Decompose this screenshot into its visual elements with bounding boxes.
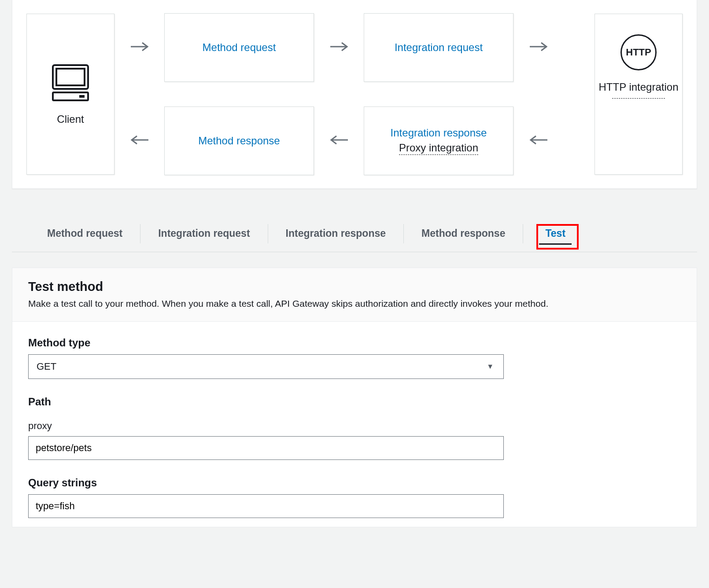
- chevron-down-icon: ▼: [487, 363, 494, 371]
- flow-container: Method request Integration request M: [114, 13, 595, 175]
- client-label: Client: [57, 113, 84, 125]
- integration-response-link[interactable]: Integration response: [391, 127, 487, 139]
- arrow-left-icon: [529, 135, 548, 147]
- integration-response-box[interactable]: Integration response Proxy integration: [364, 107, 513, 175]
- tab-integration-request[interactable]: Integration request: [140, 224, 267, 243]
- integration-request-link[interactable]: Integration request: [395, 41, 483, 54]
- method-tabs: Method request Integration request Integ…: [12, 215, 697, 252]
- svg-rect-3: [79, 95, 85, 98]
- test-method-title: Test method: [28, 279, 681, 294]
- http-integration-label: HTTP integration: [599, 78, 679, 96]
- arrow-right-icon: [329, 41, 349, 54]
- test-method-panel: Test method Make a test call to your met…: [12, 268, 697, 527]
- arrow-right-icon: [529, 41, 548, 54]
- tab-integration-response[interactable]: Integration response: [268, 224, 403, 243]
- method-execution-diagram: Client Method request Integration reques…: [12, 0, 697, 189]
- test-method-header: Test method Make a test call to your met…: [12, 268, 697, 322]
- arrow-right-icon: [130, 41, 149, 54]
- method-request-link[interactable]: Method request: [203, 41, 276, 54]
- method-response-box[interactable]: Method response: [164, 107, 314, 175]
- method-type-select[interactable]: GET ▼: [28, 354, 504, 379]
- method-type-value: GET: [37, 361, 56, 372]
- integration-request-box[interactable]: Integration request: [364, 13, 513, 82]
- method-request-box[interactable]: Method request: [164, 13, 314, 82]
- proxy-sub-label: proxy: [28, 420, 681, 432]
- tab-method-request[interactable]: Method request: [30, 224, 140, 243]
- test-method-description: Make a test call to your method. When yo…: [28, 298, 681, 309]
- svg-rect-1: [56, 69, 85, 85]
- tab-method-response[interactable]: Method response: [404, 224, 523, 243]
- path-label: Path: [28, 396, 681, 408]
- client-box: Client: [26, 14, 114, 175]
- http-integration-box: HTTP HTTP integration: [595, 14, 683, 175]
- dashed-underline: [612, 98, 665, 99]
- client-icon: [48, 63, 92, 105]
- arrow-left-icon: [130, 135, 149, 147]
- tab-test[interactable]: Test: [539, 222, 572, 245]
- arrow-left-icon: [329, 135, 349, 147]
- method-response-link[interactable]: Method response: [198, 135, 280, 147]
- query-strings-input[interactable]: [28, 494, 504, 518]
- proxy-integration-label: Proxy integration: [399, 142, 478, 155]
- http-icon: HTTP: [620, 34, 657, 70]
- proxy-input[interactable]: [28, 436, 504, 460]
- tab-separator: [523, 224, 523, 243]
- query-strings-label: Query strings: [28, 477, 681, 489]
- method-type-label: Method type: [28, 337, 681, 349]
